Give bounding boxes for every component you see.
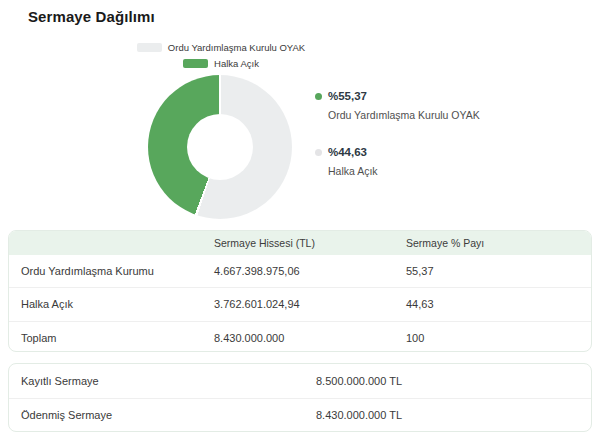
row-amount: 4.667.398.975,06 [214, 265, 406, 277]
chart-legend-item-oyak[interactable]: Ordu Yardımlaşma Kurulu OYAK [137, 42, 305, 53]
chart-legend-item-halka-acik[interactable]: Halka Açık [183, 58, 259, 69]
table-header-row: Sermaye Hissesi (TL) Sermaye % Payı [9, 231, 591, 255]
side-legend: %55,37 Ordu Yardımlaşma Kurulu OYAK %44,… [315, 90, 480, 177]
row-percent: 55,37 [406, 265, 591, 277]
page-title: Sermaye Dağılımı [28, 8, 155, 25]
side-legend-item-oyak: %55,37 Ordu Yardımlaşma Kurulu OYAK [315, 90, 480, 121]
legend-swatch-icon [137, 43, 162, 52]
capital-table: Sermaye Hissesi (TL) Sermaye % Payı Ordu… [8, 230, 592, 352]
row-label: Ordu Yardımlaşma Kurumu [9, 265, 214, 277]
row-label: Toplam [9, 332, 214, 344]
row-label: Halka Açık [9, 298, 214, 310]
row-amount: 3.762.601.024,94 [214, 298, 406, 310]
table-row: Halka Açık 3.762.601.024,94 44,63 [9, 287, 591, 320]
percent-value: %55,37 [328, 90, 367, 102]
summary-table: Kayıtlı Sermaye 8.500.000.000 TL Ödenmiş… [8, 363, 592, 432]
row-percent: 100 [406, 332, 591, 344]
summary-row-paid-capital: Ödenmiş Sermaye 8.430.000.000 TL [9, 398, 591, 433]
donut-hole [187, 114, 253, 180]
donut-chart[interactable] [148, 75, 292, 219]
bullet-icon [315, 93, 322, 100]
side-legend-label: Ordu Yardımlaşma Kurulu OYAK [328, 109, 480, 121]
header-cell-percent: Sermaye % Payı [406, 237, 591, 249]
chart-legend: Ordu Yardımlaşma Kurulu OYAK Halka Açık [0, 42, 442, 69]
summary-value: 8.430.000.000 TL [316, 409, 591, 421]
legend-swatch-icon [183, 59, 208, 68]
side-legend-label: Halka Açık [328, 165, 480, 177]
percent-value: %44,63 [328, 146, 367, 158]
capital-distribution-page: Sermaye Dağılımı Ordu Yardımlaşma Kurulu… [0, 0, 600, 441]
header-cell-amount: Sermaye Hissesi (TL) [214, 237, 406, 249]
row-percent: 44,63 [406, 298, 591, 310]
bullet-icon [315, 149, 322, 156]
table-row-total: Toplam 8.430.000.000 100 [9, 321, 591, 352]
summary-row-registered-capital: Kayıtlı Sermaye 8.500.000.000 TL [9, 364, 591, 398]
summary-label: Kayıtlı Sermaye [9, 375, 316, 387]
legend-label: Halka Açık [214, 58, 259, 69]
table-row: Ordu Yardımlaşma Kurumu 4.667.398.975,06… [9, 255, 591, 287]
summary-value: 8.500.000.000 TL [316, 375, 591, 387]
legend-label: Ordu Yardımlaşma Kurulu OYAK [168, 42, 305, 53]
summary-label: Ödenmiş Sermaye [9, 409, 316, 421]
side-legend-item-halka-acik: %44,63 Halka Açık [315, 146, 480, 177]
row-amount: 8.430.000.000 [214, 332, 406, 344]
